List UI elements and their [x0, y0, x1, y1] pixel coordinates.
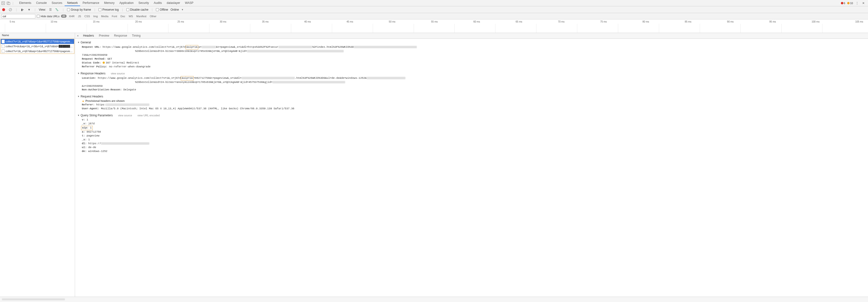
filter-type-xhr[interactable]: XHR [68, 15, 75, 18]
view-source-link[interactable]: view source [111, 72, 125, 75]
section-heading-request-headers[interactable]: Request Headers [78, 94, 866, 99]
more-icon[interactable]: ⋮ [855, 1, 859, 5]
timeline-tick: 55 ms [431, 20, 438, 23]
tab-sources[interactable]: Sources [49, 0, 65, 6]
filter-icon[interactable]: ▼ [27, 7, 31, 12]
request-row[interactable]: collect?v=1&_v=j67d&aip=1&a=862712758&t=… [1, 49, 74, 54]
kv-user-agent: User-Agent: Mozilla/5.0 (Macintosh; Inte… [78, 107, 866, 111]
error-count[interactable]: 6 [841, 2, 845, 5]
hide-data-urls-checkbox[interactable]: Hide data URLs [37, 15, 60, 18]
kv-referrer-policy: Referrer Policy: no-referrer-when-downgr… [78, 65, 866, 69]
detail-tabs: × Headers Preview Response Timing [75, 33, 868, 39]
highlight-aip: &aip=1& [181, 76, 193, 80]
detail-close-icon[interactable]: × [75, 34, 81, 37]
timeline-tick: 5 ms [10, 20, 15, 23]
network-timeline[interactable]: 5 ms 10 ms 15 ms 20 ms 25 ms 30 ms 35 ms… [0, 19, 868, 33]
filter-type-css[interactable]: CSS [84, 15, 91, 18]
view-list-icon[interactable]: ☰ [48, 7, 53, 12]
tab-dataslayer[interactable]: dataslayer [164, 0, 183, 6]
timeline-tick: 70 ms [558, 20, 564, 23]
kv-request-url: Request URL: https://www.google-analytic… [78, 45, 866, 57]
timeline-tick: 40 ms [304, 20, 311, 23]
tab-console[interactable]: Console [34, 0, 49, 6]
timeline-tick: 80 ms [642, 20, 649, 23]
request-list-panel: Name collect?v=1&_v=j67d&aip=1&a=8627127… [0, 33, 75, 301]
tab-wasp[interactable]: WASP [183, 0, 196, 6]
devtools-topbar: | Elements Console Sources Network Perfo… [0, 0, 868, 6]
detail-tab-preview[interactable]: Preview [96, 33, 112, 39]
timeline-tick: 10 ms [51, 20, 57, 23]
detail-tab-response[interactable]: Response [112, 33, 129, 39]
section-heading-general[interactable]: General [78, 40, 866, 45]
kv-location: Location: https://www.google-analytics.c… [78, 76, 866, 88]
timeline-tick: 60 ms [473, 20, 480, 23]
tab-performance[interactable]: Performance [80, 0, 102, 6]
section-general: General Request URL: https://www.google-… [75, 39, 868, 70]
filter-input[interactable] [1, 14, 35, 19]
qsp-row: v: 1 [78, 118, 866, 122]
section-response-headers: Response Headersview source Location: ht… [75, 70, 868, 93]
request-list-header[interactable]: Name [0, 33, 75, 38]
detail-tab-timing[interactable]: Timing [129, 33, 143, 39]
filter-type-media[interactable]: Media [100, 15, 110, 18]
warning-count[interactable]: 10 [847, 2, 853, 5]
qsp-row: aip: 1 [78, 126, 866, 130]
kv-request-method: Request Method: GET [78, 57, 866, 61]
devtools-tabs: Elements Console Sources Network Perform… [17, 0, 840, 6]
tab-network[interactable]: Network [65, 0, 80, 6]
network-toolbar: | ▮▸ ▼ | View: ☰ | Group by frame | Pres… [0, 6, 868, 13]
svg-rect-2 [8, 2, 10, 5]
svg-rect-5 [56, 8, 57, 9]
offline-checkbox[interactable]: Offline [156, 8, 168, 11]
request-row[interactable]: collect?t=dc&aip=1&_r=3&v=1&_v=j67d&tid=… [1, 44, 74, 49]
qsp-row: ul: de-de [78, 146, 866, 149]
record-icon[interactable] [1, 7, 6, 12]
qsp-row: de: windows-1252 [78, 149, 866, 154]
timeline-tick: 45 ms [347, 20, 353, 23]
filter-type-doc[interactable]: Doc [120, 15, 126, 18]
filter-type-img[interactable]: Img [92, 15, 98, 18]
warning-icon: ▲ [82, 100, 85, 102]
group-by-frame-checkbox[interactable]: Group by frame [67, 8, 91, 11]
filter-type-ws[interactable]: WS [128, 15, 134, 18]
timeline-tick: 35 ms [262, 20, 269, 23]
camera-icon[interactable]: ▮▸ [20, 7, 25, 12]
filter-type-js[interactable]: JS [77, 15, 82, 18]
section-qsp: Query String Parametersview sourceview U… [75, 112, 868, 154]
view-url-encoded-link[interactable]: view URL encoded [137, 114, 160, 117]
preserve-log-checkbox[interactable]: Preserve log [98, 8, 119, 11]
filter-type-other[interactable]: Other [149, 15, 158, 18]
timeline-tick: 50 ms [389, 20, 395, 23]
device-icon[interactable] [6, 1, 11, 5]
clear-icon[interactable] [8, 7, 12, 12]
timeline-tick: 95 ms [769, 20, 776, 23]
tab-application[interactable]: Application [117, 0, 136, 6]
tab-elements[interactable]: Elements [17, 0, 34, 6]
timeline-tick: 65 ms [516, 20, 522, 23]
view-source-link[interactable]: view source [118, 114, 132, 117]
filter-type-manifest[interactable]: Manifest [135, 15, 147, 18]
section-heading-response-headers[interactable]: Response Headersview source [78, 71, 866, 76]
section-heading-qsp[interactable]: Query String Parametersview sourceview U… [78, 113, 866, 118]
timeline-tick: 15 ms [93, 20, 99, 23]
request-list: collect?v=1&_v=j67d&aip=1&a=862712758&t=… [0, 39, 74, 54]
detail-tab-headers[interactable]: Headers [81, 33, 96, 39]
svg-line-4 [9, 9, 11, 11]
provisional-warning: ▲Provisional headers are shown [78, 99, 866, 103]
filter-type-all[interactable]: All [61, 15, 67, 18]
tab-memory[interactable]: Memory [102, 0, 117, 6]
qsp-row: dl: https:// [78, 142, 866, 146]
kv-referer: Referer: https: [78, 103, 866, 107]
tab-security[interactable]: Security [136, 0, 151, 6]
filter-type-font[interactable]: Font [111, 15, 118, 18]
tab-audits[interactable]: Audits [151, 0, 164, 6]
throttle-select[interactable]: Online [170, 8, 179, 11]
close-icon[interactable]: ✕ [861, 1, 866, 5]
view-waterfall-icon[interactable] [55, 7, 59, 12]
status-bar [0, 297, 868, 301]
inspect-icon[interactable] [1, 1, 5, 5]
kv-non-authoritative-reason: Non-Authoritative-Reason: Delegate [78, 88, 866, 92]
disable-cache-checkbox[interactable]: Disable cache [126, 8, 148, 11]
qsp-row: a: 862712758 [78, 130, 866, 134]
request-row[interactable]: collect?v=1&_v=j67d&aip=1&a=862712758&t=… [1, 39, 74, 44]
